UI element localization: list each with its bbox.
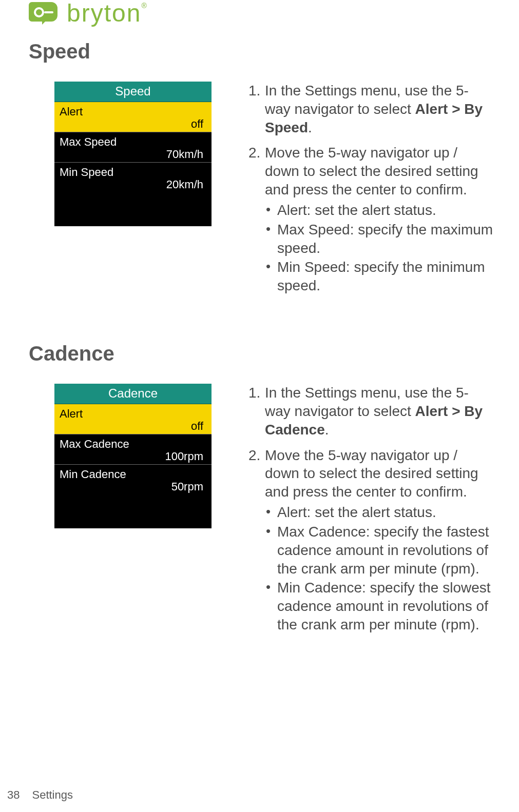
section-speed: Speed Speed Alert off Max Speed 70km/h M… [29,40,493,302]
bullet: Max Speed: specify the maximum speed. [265,221,493,258]
device-row-max: Max Speed 70km/h [54,132,212,163]
bullet: Max Cadence: specify the fastest cadence… [265,523,493,578]
brand-logo-icon [29,2,57,25]
device-row-label: Max Speed [60,135,206,149]
device-row-label: Max Cadence [60,438,206,451]
device-row-value: off [60,117,206,131]
section-title-cadence: Cadence [29,342,493,365]
instructions-cadence: 1.In the Settings menu, use the 5-way na… [248,384,493,641]
step-1: 1.In the Settings menu, use the 5-way na… [248,384,493,439]
device-title: Speed [54,82,212,102]
device-row-value: off [60,420,206,433]
bullet: Min Speed: specify the minimum speed. [265,258,493,295]
device-row-alert: Alert off [54,404,212,434]
bullet: Min Cadence: specify the slowest cadence… [265,579,493,633]
device-row-value: 50rpm [60,480,206,493]
bullet: Alert: set the alert status. [265,201,493,220]
device-screenshot-cadence: Cadence Alert off Max Cadence 100rpm Min… [54,384,212,528]
step-2: 2.Move the 5-way navigator up / down to … [248,446,493,634]
step-2: 2.Move the 5-way navigator up / down to … [248,144,493,295]
footer-section: Settings [32,788,73,802]
brand-wordmark: bryton® [67,1,148,26]
device-row-min: Min Speed 20km/h [54,163,212,192]
instructions-speed: 1.In the Settings menu, use the 5-way na… [248,82,493,302]
device-row-label: Min Speed [60,166,206,179]
svg-rect-1 [44,11,53,13]
step-1: 1.In the Settings menu, use the 5-way na… [248,82,493,136]
device-screenshot-speed: Speed Alert off Max Speed 70km/h Min Spe… [54,82,212,226]
device-title: Cadence [54,384,212,404]
device-row-value: 70km/h [60,148,206,161]
device-row-label: Min Cadence [60,468,206,481]
device-row-label: Alert [60,105,206,118]
page-number: 38 [7,788,20,802]
device-list: Alert off Max Cadence 100rpm Min Cadence… [54,404,212,494]
device-row-value: 20km/h [60,178,206,191]
device-row-min: Min Cadence 50rpm [54,465,212,494]
device-row-max: Max Cadence 100rpm [54,434,212,465]
section-cadence: Cadence Cadence Alert off Max Cadence 10… [29,342,493,641]
device-row-label: Alert [60,407,206,421]
page-footer: 38 Settings [7,788,73,802]
bullet: Alert: set the alert status. [265,503,493,522]
device-row-value: 100rpm [60,450,206,463]
device-row-alert: Alert off [54,102,212,132]
section-title-speed: Speed [29,40,493,63]
device-list: Alert off Max Speed 70km/h Min Speed 20k… [54,102,212,192]
brand-header: bryton® [29,0,493,26]
